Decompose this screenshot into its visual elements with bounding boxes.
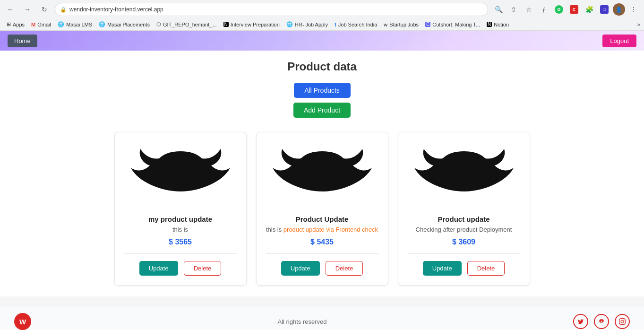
card-actions-2: Update Delete (266, 261, 378, 276)
delete-button-2[interactable]: Delete (326, 261, 363, 276)
bookmark-interview-prep-label: Interview Preparation (231, 22, 280, 27)
add-product-button[interactable]: Add Product (293, 103, 351, 118)
update-button-1[interactable]: Update (139, 261, 178, 276)
all-products-button[interactable]: All Products (294, 83, 351, 98)
lock-icon: 🔒 (60, 7, 67, 13)
bookmark-job-search[interactable]: f Job Search India (332, 21, 380, 28)
refresh-button[interactable]: ↻ (38, 3, 51, 16)
puzzle-button[interactable]: 🧩 (583, 3, 596, 16)
startup-icon: w (384, 22, 387, 27)
card-actions-1: Update Delete (124, 261, 237, 276)
bookmark-masai-placements[interactable]: 🌐 Masai Placements (96, 20, 153, 28)
footer-social (573, 314, 630, 329)
bookmark-gmail[interactable]: M Gmail (28, 21, 54, 28)
main-content: Product data All Products Add Product my… (0, 51, 644, 296)
bookmark-startup-label: Startup Jobs (389, 22, 419, 27)
bookmark-gmail-label: Gmail (37, 22, 51, 27)
ext1-button[interactable]: ƒ (537, 3, 550, 16)
footer-logo: W (14, 313, 31, 330)
zoom-button[interactable]: 🔍 (492, 3, 505, 16)
product-image-2 (266, 142, 378, 208)
action-buttons: All Products Add Product (9, 83, 635, 118)
github-icon: ⬡ (156, 21, 161, 27)
browser-right-icons: 🔍 ⇧ ☆ ƒ G C 🧩 □ 👤 ⋮ (492, 3, 640, 16)
bookmark-masai-placements-label: Masai Placements (107, 22, 150, 27)
browser-chrome: ← → ↻ 🔒 wendor-inventory-frontend.vercel… (0, 0, 644, 31)
instagram-icon[interactable] (615, 314, 630, 329)
chrome-more-button[interactable]: ⋮ (627, 3, 640, 16)
bookmark-git-repo[interactable]: ⬡ GIT_REPO_hemant_... (154, 20, 220, 28)
bookmark-hr-job-label: HR- Job Apply (295, 22, 328, 27)
cutshort-icon: C (425, 22, 430, 27)
product-name-2: Product Update (266, 215, 378, 223)
card-actions-3: Update Delete (408, 261, 520, 276)
bookmark-masai-lms-label: Masai LMS (66, 22, 92, 27)
bookmarks-bar: ⊞ Apps M Gmail 🌐 Masai LMS 🌐 Masai Place… (0, 19, 644, 30)
more-bookmarks-button[interactable]: » (637, 21, 640, 28)
youtube-icon[interactable] (594, 314, 609, 329)
bookmark-masai-lms[interactable]: 🌐 Masai LMS (55, 20, 95, 28)
notion-icon-2: N (487, 22, 492, 27)
card-divider-1 (124, 253, 237, 254)
hr-job-icon: 🌐 (286, 21, 293, 27)
product-description-2: this is product update via Frontend chec… (266, 226, 378, 233)
gmail-icon: M (31, 22, 35, 27)
app-navbar: Home Logout (0, 31, 644, 51)
profile-avatar[interactable]: 👤 (613, 3, 625, 16)
bookmark-hr-job[interactable]: 🌐 HR- Job Apply (283, 20, 331, 28)
notion-icon-1: N (223, 22, 229, 27)
bookmark-notion-label: Notion (494, 22, 509, 27)
back-button[interactable]: ← (4, 3, 17, 16)
browser-toolbar: ← → ↻ 🔒 wendor-inventory-frontend.vercel… (0, 0, 644, 19)
share-button[interactable]: ⇧ (507, 3, 520, 16)
delete-button-3[interactable]: Delete (467, 261, 505, 276)
product-card: Product Update this is product update vi… (256, 132, 388, 286)
bookmark-startup[interactable]: w Startup Jobs (381, 21, 421, 28)
footer: W All rights reserved (0, 306, 644, 330)
forward-button[interactable]: → (21, 3, 34, 16)
bookmark-button[interactable]: ☆ (522, 3, 535, 16)
product-description-1: this is (124, 226, 237, 233)
home-button[interactable]: Home (8, 35, 37, 47)
footer-copyright: All rights reserved (277, 318, 326, 325)
product-description-3: Checking after product Deployment (408, 226, 520, 233)
bookmark-notion[interactable]: N Notion (484, 21, 512, 28)
product-name-3: Product update (408, 215, 520, 223)
ext3-button[interactable]: C (567, 3, 581, 16)
logout-button[interactable]: Logout (602, 35, 636, 47)
apps-icon: ⊞ (7, 21, 11, 27)
masai-placements-icon: 🌐 (99, 21, 105, 27)
url-text: wendor-inventory-frontend.vercel.app (69, 6, 163, 13)
bookmark-git-repo-label: GIT_REPO_hemant_... (163, 22, 217, 27)
update-button-2[interactable]: Update (281, 261, 320, 276)
delete-button-1[interactable]: Delete (184, 261, 222, 276)
twitter-icon[interactable] (573, 314, 588, 329)
product-price-3: $ 3609 (408, 238, 520, 246)
product-image-3 (408, 142, 520, 208)
product-image-1 (124, 142, 237, 208)
bookmark-apps[interactable]: ⊞ Apps (4, 20, 27, 28)
card-divider-3 (408, 253, 520, 254)
bookmark-cutshort[interactable]: C Cutshort: Making T... (422, 21, 483, 28)
card-divider-2 (266, 253, 378, 254)
bookmark-interview-prep[interactable]: N Interview Preparation (221, 21, 283, 28)
address-bar[interactable]: 🔒 wendor-inventory-frontend.vercel.app (55, 3, 488, 16)
job-search-icon: f (335, 22, 336, 27)
product-name-1: my product update (124, 215, 237, 223)
products-grid: my product update this is $ 3565 Update … (9, 132, 635, 286)
product-price-2: $ 5435 (266, 238, 378, 246)
product-price-1: $ 3565 (124, 238, 237, 246)
ext2-button[interactable]: G (552, 3, 566, 16)
bookmark-job-search-label: Job Search India (338, 22, 378, 27)
bookmark-apps-label: Apps (13, 22, 25, 27)
bookmark-cutshort-label: Cutshort: Making T... (432, 22, 480, 27)
update-button-3[interactable]: Update (423, 261, 462, 276)
product-card: Product update Checking after product De… (398, 132, 530, 286)
chrome-menu-button[interactable]: □ (598, 3, 611, 16)
masai-lms-icon: 🌐 (58, 21, 64, 27)
product-card: my product update this is $ 3565 Update … (114, 132, 247, 286)
page-title: Product data (9, 60, 635, 73)
